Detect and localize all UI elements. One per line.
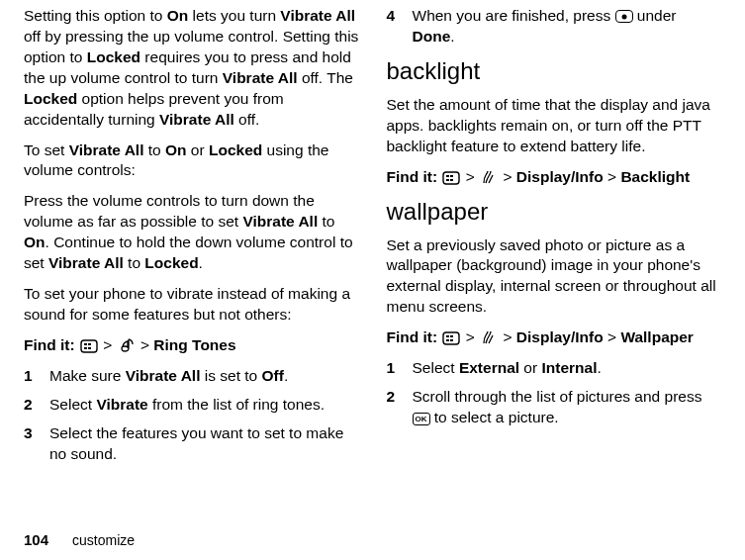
term-on: On — [165, 141, 187, 158]
vibrate-option-paragraph: Setting this option to On lets you turn … — [24, 6, 359, 131]
find-it-label: Find it: — [387, 328, 438, 345]
term-locked: Locked — [209, 141, 262, 158]
find-it-backlight: Find it: > > Display/Info > Backlight — [387, 167, 722, 188]
step-text: Select the features you want to set to m… — [49, 423, 359, 465]
term-vibrate-all: Vibrate All — [159, 111, 234, 128]
page-footer: 104 customize — [24, 531, 135, 548]
text: off. The — [298, 69, 353, 86]
separator: > — [607, 168, 616, 185]
term-vibrate-all: Vibrate All — [280, 7, 355, 24]
step-2: 2 Select Vibrate from the list of ring t… — [24, 395, 359, 416]
term-vibrate-all: Vibrate All — [242, 213, 318, 230]
menu-display-info: Display/Info — [516, 328, 604, 345]
heading-wallpaper: wallpaper — [387, 198, 722, 226]
softkey-icon — [615, 10, 633, 23]
step-text: When you are finished, press under Done. — [413, 6, 722, 47]
svg-rect-10 — [443, 332, 459, 344]
right-column: 4 When you are finished, press under Don… — [387, 6, 722, 475]
svg-rect-14 — [450, 339, 453, 341]
text: . — [199, 254, 203, 271]
some-features-paragraph: To set your phone to vibrate instead of … — [24, 284, 359, 326]
svg-rect-2 — [88, 343, 91, 345]
term-locked: Locked — [24, 90, 77, 107]
step-text: Select External or Internal. — [413, 358, 722, 379]
menu-key-icon — [80, 339, 98, 353]
separator: > — [503, 168, 512, 185]
settings-icon — [480, 169, 498, 185]
ringtones-steps: 1 Make sure Vibrate All is set to Off. 2… — [24, 366, 359, 465]
menu-display-info: Display/Info — [516, 168, 604, 185]
svg-rect-4 — [88, 347, 91, 349]
step-1: 1 Make sure Vibrate All is set to Off. — [24, 366, 359, 387]
term-done: Done — [413, 28, 451, 45]
step-number: 3 — [24, 423, 49, 465]
text: to — [143, 141, 165, 158]
term-internal: Internal — [541, 359, 597, 376]
step-3: 3 Select the features you want to set to… — [24, 423, 359, 465]
separator: > — [103, 336, 112, 353]
term-vibrate-all: Vibrate All — [126, 367, 201, 384]
find-it-label: Find it: — [24, 336, 75, 353]
term-off: Off — [262, 367, 284, 384]
text: off. — [234, 111, 260, 128]
term-vibrate-all: Vibrate All — [69, 141, 144, 158]
step-text: Scroll through the list of pictures and … — [413, 387, 722, 428]
term-locked: Locked — [144, 254, 198, 271]
term-locked: Locked — [87, 48, 140, 65]
text: Setting this option to — [24, 7, 167, 24]
step-number: 2 — [387, 387, 413, 428]
menu-ring-tones: Ring Tones — [153, 336, 235, 353]
separator: > — [466, 328, 475, 345]
term-on: On — [167, 7, 189, 24]
text: to — [124, 254, 145, 271]
find-it-label: Find it: — [387, 168, 438, 185]
step-text: Select Vibrate from the list of ring ton… — [49, 395, 359, 416]
svg-rect-12 — [450, 335, 453, 337]
ok-key-icon: OK — [413, 413, 430, 425]
svg-rect-5 — [443, 172, 459, 184]
step-number: 1 — [24, 366, 49, 387]
menu-backlight: Backlight — [620, 168, 690, 185]
separator: > — [503, 328, 512, 345]
set-vibrate-paragraph: To set Vibrate All to On or Locked using… — [24, 140, 359, 182]
svg-rect-7 — [450, 175, 453, 177]
settings-icon — [480, 329, 498, 345]
menu-wallpaper: Wallpaper — [620, 328, 694, 345]
menu-key-icon — [442, 171, 460, 185]
svg-rect-6 — [446, 175, 449, 177]
svg-rect-0 — [81, 340, 97, 352]
step-number: 1 — [387, 358, 413, 379]
term-on: On — [24, 233, 46, 250]
left-column: Setting this option to On lets you turn … — [24, 6, 359, 475]
step-text: Make sure Vibrate All is set to Off. — [49, 366, 359, 387]
ringtones-icon — [118, 337, 136, 353]
svg-rect-13 — [446, 339, 449, 341]
menu-key-icon — [442, 331, 460, 345]
text: or — [187, 141, 209, 158]
term-vibrate: Vibrate — [96, 396, 147, 413]
done-step: 4 When you are finished, press under Don… — [387, 6, 722, 47]
page-number: 104 — [24, 531, 48, 548]
step-4: 4 When you are finished, press under Don… — [387, 6, 722, 47]
volume-controls-paragraph: Press the volume controls to turn down t… — [24, 191, 359, 274]
svg-rect-1 — [84, 343, 87, 345]
step-number: 4 — [387, 6, 413, 47]
step-1: 1 Select External or Internal. — [387, 358, 722, 379]
wallpaper-paragraph: Set a previously saved photo or picture … — [387, 235, 722, 319]
term-vibrate-all: Vibrate All — [223, 69, 298, 86]
backlight-paragraph: Set the amount of time that the display … — [387, 95, 722, 157]
svg-rect-8 — [446, 179, 449, 181]
separator: > — [607, 328, 616, 345]
svg-rect-9 — [450, 179, 453, 181]
find-it-wallpaper: Find it: > > Display/Info > Wallpaper — [387, 327, 722, 348]
find-it-ringtones: Find it: > > Ring Tones — [24, 335, 359, 356]
wallpaper-steps: 1 Select External or Internal. 2 Scroll … — [387, 358, 722, 428]
section-name: customize — [72, 532, 135, 548]
text: to — [318, 213, 334, 230]
svg-rect-11 — [446, 335, 449, 337]
text: lets you turn — [188, 7, 280, 24]
step-number: 2 — [24, 395, 49, 416]
term-vibrate-all: Vibrate All — [48, 254, 124, 271]
svg-rect-3 — [84, 347, 87, 349]
heading-backlight: backlight — [387, 57, 722, 85]
